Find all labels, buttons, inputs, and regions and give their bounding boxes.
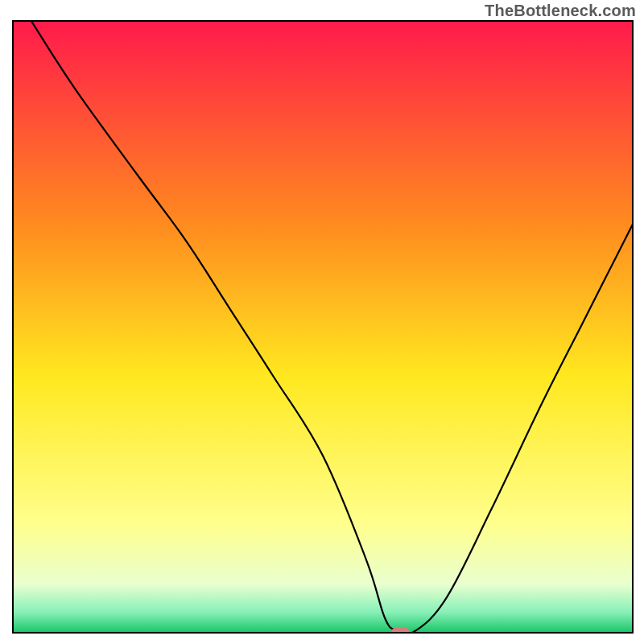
chart-svg [12,20,634,634]
brand-watermark: TheBottleneck.com [485,2,636,20]
chart-background [12,20,634,634]
chart-plot [12,20,634,634]
chart-stage: TheBottleneck.com [0,0,644,644]
